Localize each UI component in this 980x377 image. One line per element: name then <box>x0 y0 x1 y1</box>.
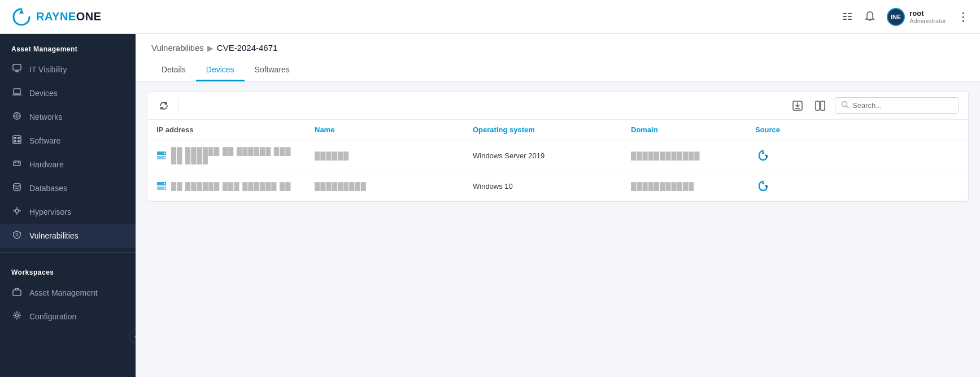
svg-rect-14 <box>14 161 20 166</box>
user-role: Administrator <box>909 18 946 24</box>
sidebar-collapse-button[interactable]: ‹ <box>129 330 136 343</box>
table-toolbar <box>147 92 968 120</box>
table-row: ██ ██████ ███ ██████ ██ █████████ Window… <box>147 171 968 201</box>
search-icon <box>841 101 849 110</box>
breadcrumb-vulnerabilities-link[interactable]: Vulnerabilities <box>151 43 204 53</box>
sidebar-item-vulnerabilities[interactable]: Vulnerabilities <box>0 224 136 248</box>
content-area: Vulnerabilities ▶ CVE-2024-4671 Details … <box>136 34 980 377</box>
sidebar-item-label: Databases <box>29 184 67 193</box>
avatar: INE <box>887 8 905 26</box>
col-name-header[interactable]: Name <box>306 120 464 140</box>
breadcrumb-separator: ▶ <box>207 44 214 53</box>
hardware-icon <box>11 159 23 170</box>
sidebar-item-databases[interactable]: Databases <box>0 176 136 200</box>
table-card: IP address Name Operating system Domain <box>147 91 969 202</box>
svg-rect-4 <box>848 16 852 17</box>
network-icon <box>11 111 23 123</box>
sidebar-item-hardware[interactable]: Hardware <box>0 153 136 176</box>
col-source-header[interactable]: Source <box>746 120 968 140</box>
breadcrumb-bar: Vulnerabilities ▶ CVE-2024-4671 Details … <box>136 34 980 82</box>
refresh-button[interactable] <box>156 98 171 113</box>
cell-os: Windows Server 2019 <box>464 140 622 171</box>
software-icon <box>11 135 23 146</box>
breadcrumb-current: CVE-2024-4671 <box>217 43 278 53</box>
svg-point-32 <box>164 183 165 184</box>
columns-button[interactable] <box>812 98 828 114</box>
cell-os: Windows 10 <box>464 171 622 201</box>
svg-rect-11 <box>18 137 20 139</box>
sidebar: Asset Management IT Visibility Devices <box>0 34 136 377</box>
cell-domain: ███████████ <box>622 171 746 201</box>
sidebar-item-label: Configuration <box>29 312 76 321</box>
col-domain-header[interactable]: Domain <box>622 120 746 140</box>
main-layout: Asset Management IT Visibility Devices <box>0 34 980 377</box>
sidebar-item-label: Asset Management <box>29 288 98 297</box>
col-ip-header[interactable]: IP address <box>147 120 306 140</box>
sidebar-item-hypervisors[interactable]: Hypervisors <box>0 200 136 224</box>
tab-softwares[interactable]: Softwares <box>245 59 300 81</box>
svg-rect-9 <box>13 136 21 144</box>
ip-address-blurred: ██ ██████ ███ ██████ ██ <box>171 182 291 190</box>
svg-rect-23 <box>816 101 820 110</box>
col-os-header[interactable]: Operating system <box>464 120 622 140</box>
svg-point-19 <box>16 233 18 236</box>
top-header: RAYNEONE INE root A <box>0 0 980 34</box>
sidebar-item-label: IT Visibility <box>29 65 67 74</box>
sidebar-item-software[interactable]: Software <box>0 129 136 153</box>
svg-rect-2 <box>843 19 847 20</box>
shield-icon <box>11 230 23 241</box>
search-box[interactable] <box>835 97 959 114</box>
sidebar-item-label: Hardware <box>29 160 64 169</box>
sidebar-item-it-visibility[interactable]: IT Visibility <box>0 58 136 81</box>
monitor-icon <box>11 64 23 75</box>
svg-rect-0 <box>843 13 847 14</box>
tab-devices[interactable]: Devices <box>196 59 245 81</box>
svg-rect-12 <box>14 140 16 142</box>
svg-point-29 <box>164 157 165 158</box>
search-input[interactable] <box>852 101 953 110</box>
cell-name: ██████ <box>306 140 464 171</box>
sidebar-item-label: Networks <box>29 112 62 122</box>
svg-rect-7 <box>14 89 20 94</box>
notification-bell-button[interactable] <box>864 11 876 23</box>
device-workstation-icon <box>156 181 167 191</box>
cell-domain: ████████████ <box>622 140 746 171</box>
sidebar-section-asset-management: Asset Management <box>0 34 136 58</box>
cell-source <box>746 140 968 171</box>
table-row: ██ ██████ ██ ██████ ███ ██ ████ ██████ W… <box>147 140 968 171</box>
svg-rect-1 <box>843 16 847 17</box>
sidebar-divider <box>0 252 136 253</box>
svg-rect-15 <box>15 162 16 163</box>
user-area[interactable]: INE root Administrator <box>887 8 946 26</box>
gear-icon <box>11 311 23 322</box>
source-icon <box>755 178 771 194</box>
sidebar-item-asset-management-workspace[interactable]: Asset Management <box>0 281 136 305</box>
export-button[interactable] <box>790 98 805 114</box>
sidebar-item-networks[interactable]: Networks <box>0 105 136 129</box>
logo-area: RAYNEONE <box>11 7 102 27</box>
source-icon <box>755 148 771 163</box>
sidebar-item-label: Vulnerabilities <box>29 231 79 240</box>
svg-point-18 <box>15 209 19 213</box>
svg-rect-6 <box>13 64 21 70</box>
table-container: IP address Name Operating system Domain <box>136 82 980 377</box>
svg-rect-20 <box>13 290 21 296</box>
briefcase-icon <box>11 287 23 298</box>
device-server-icon <box>156 150 167 161</box>
svg-point-28 <box>164 153 165 154</box>
svg-point-17 <box>14 184 20 187</box>
svg-rect-13 <box>18 140 20 142</box>
sidebar-item-configuration[interactable]: Configuration <box>0 305 136 328</box>
user-name: root <box>909 9 946 18</box>
tabs-row: Details Devices Softwares <box>151 59 964 81</box>
hypervisors-icon <box>11 206 23 218</box>
svg-rect-3 <box>848 13 852 14</box>
more-options-button[interactable]: ⋮ <box>957 10 969 24</box>
svg-point-21 <box>16 314 19 317</box>
list-view-button[interactable] <box>842 11 853 23</box>
breadcrumb: Vulnerabilities ▶ CVE-2024-4671 <box>151 43 964 53</box>
sidebar-item-devices[interactable]: Devices <box>0 81 136 105</box>
logo-icon <box>11 7 32 27</box>
tab-details[interactable]: Details <box>151 59 196 81</box>
svg-point-33 <box>164 188 165 189</box>
